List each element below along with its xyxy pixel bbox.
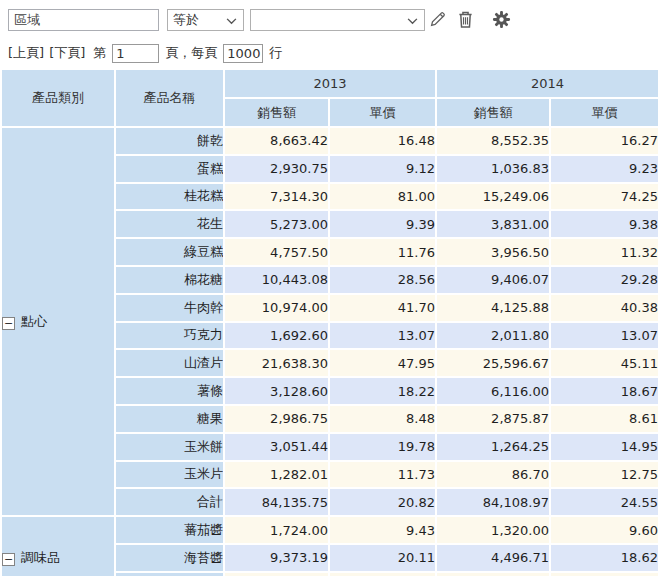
filter-value-select[interactable] [250,9,425,31]
y1-price-cell: 41.70 [330,295,435,321]
collapse-minus-icon[interactable]: − [2,317,15,330]
product-name-cell: 棉花糖 [116,267,223,293]
y2-sales-cell: 6,116.00 [437,378,549,404]
product-name-cell: 桂花糕 [116,184,223,210]
y1-price-cell: 81.00 [330,184,435,210]
next-page-link[interactable]: [下頁] [49,44,85,62]
y2-price-cell: 16.27 [551,128,658,154]
category-label: 點心 [21,314,47,329]
y2-sales-cell: 2,011.80 [437,323,549,349]
prev-page-link[interactable]: [上頁] [8,44,44,62]
page-number-input[interactable] [112,44,159,63]
y1-sales-cell: 4,757.50 [225,239,328,265]
y2-price-cell: 29.28 [551,267,658,293]
product-name-cell: 蛋糕 [116,156,223,182]
pivot-grid: 產品類別 產品名稱 2013 2014 銷售額 單價 銷售額 單價 −點心餅乾8… [0,68,660,576]
pencil-icon [429,16,447,31]
product-name-cell: 牛肉幹 [116,295,223,321]
y2-sales-cell: 8,552.35 [437,128,549,154]
y2-price-cell: 18.62 [551,545,658,571]
col-header-year-2014: 2014 [437,70,658,97]
y1-sales-cell: 21,638.30 [225,350,328,376]
y2-price-cell: 74.25 [551,184,658,210]
product-name-cell: 玉米餅 [116,434,223,460]
y1-price-cell: 9.43 [330,517,435,543]
table-row: −點心餅乾8,663.4216.488,552.3516.27 [2,128,658,154]
product-name-cell: 海苔醬 [116,545,223,571]
y1-sales-cell: 7,314.30 [225,184,328,210]
y1-sales-cell: 2,930.75 [225,156,328,182]
product-name-cell: 花生 [116,211,223,237]
col-header-price-2013: 單價 [330,99,435,126]
rows-label: 行 [269,44,282,62]
edit-filter-button[interactable] [429,10,447,28]
y2-sales-cell: 1,264.25 [437,434,549,460]
product-name-cell: 餅乾 [116,128,223,154]
y1-price-cell: 9.12 [330,156,435,182]
collapse-minus-icon[interactable]: − [2,553,15,566]
y2-sales-cell: 3,831.00 [437,211,549,237]
col-header-sales-2014: 銷售額 [437,99,549,126]
page-prefix-label: 第 [93,44,106,62]
product-name-cell: 山渣片 [116,350,223,376]
chevron-down-icon [407,13,418,28]
col-header-category: 產品類別 [2,70,114,126]
table-header: 產品類別 產品名稱 2013 2014 銷售額 單價 銷售額 單價 [2,70,658,126]
y1-price-cell: 28.56 [330,267,435,293]
y1-sales-cell: 5,273.00 [225,211,328,237]
y1-price-cell: 18.22 [330,378,435,404]
y2-sales-cell: 86.70 [437,462,549,488]
y2-price-cell: 9.23 [551,156,658,182]
y2-sales-cell: 15,249.06 [437,184,549,210]
category-cell: −點心 [2,128,114,515]
settings-button[interactable] [492,10,511,29]
y2-sales-cell: 84,108.97 [437,489,549,515]
y1-sales-cell: 2,986.75 [225,406,328,432]
gear-icon [492,17,511,32]
y2-price-cell: 11.32 [551,239,658,265]
y2-sales-cell: 25,596.67 [437,350,549,376]
y2-sales-cell: 2,875.87 [437,406,549,432]
table-row: −調味品蕃茄醬1,724.009.431,320.009.60 [2,517,658,543]
y1-price-cell: 11.76 [330,239,435,265]
y2-sales-cell: 9,406.07 [437,267,549,293]
filter-field-input[interactable] [8,9,159,31]
y2-price-cell: 9.60 [551,517,658,543]
operator-select[interactable]: 等於 [167,9,244,31]
product-name-cell: 玉米片 [116,462,223,488]
y1-sales-cell: 1,724.00 [225,517,328,543]
product-name-cell: 綠豆糕 [116,239,223,265]
y1-price-cell: 8.48 [330,406,435,432]
product-name-cell: 薯條 [116,378,223,404]
y2-price-cell: 13.07 [551,323,658,349]
y1-price-cell: 19.78 [330,434,435,460]
col-header-year-2013: 2013 [225,70,435,97]
y1-sales-cell: 10,974.00 [225,295,328,321]
y2-sales-cell: 3,956.50 [437,239,549,265]
y1-sales-cell: 1,692.60 [225,323,328,349]
table-body: −點心餅乾8,663.4216.488,552.3516.27蛋糕2,930.7… [2,128,658,576]
page-size-input[interactable] [223,44,263,63]
category-cell: −調味品 [2,517,114,576]
y2-price-cell: 24.55 [551,489,658,515]
y1-price-cell: 20.82 [330,489,435,515]
col-header-sales-2013: 銷售額 [225,99,328,126]
y2-price-cell: 9.38 [551,211,658,237]
product-name-cell: 合計 [116,489,223,515]
y1-sales-cell: 8,663.42 [225,128,328,154]
y1-sales-cell: 84,135.75 [225,489,328,515]
page-middle-label: 頁，每頁 [165,44,217,62]
pagination-bar: [上頁] [下頁] 第 頁，每頁 行 [8,42,285,64]
y2-price-cell: 18.67 [551,378,658,404]
y1-price-cell: 13.07 [330,323,435,349]
product-name-cell: 蕃茄醬 [116,517,223,543]
delete-filter-button[interactable] [457,10,474,29]
y2-sales-cell: 1,320.00 [437,517,549,543]
y1-price-cell: 9.39 [330,211,435,237]
trash-icon [457,17,474,32]
chevron-down-icon [226,13,237,28]
filter-toolbar: 等於 [0,0,660,40]
y1-price-cell: 47.95 [330,350,435,376]
product-name-cell: 糖果 [116,406,223,432]
y1-sales-cell: 1,282.01 [225,462,328,488]
